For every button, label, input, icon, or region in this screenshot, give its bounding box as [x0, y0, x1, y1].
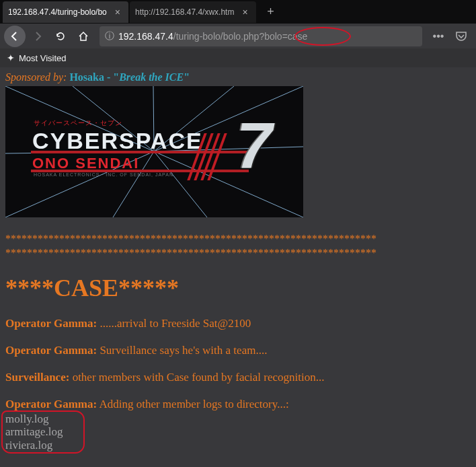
- hero-foot: HOSAKA ELECTRONICS · INC. OF SENDAI, JAP…: [34, 172, 173, 177]
- sponsor-by: Sponsored by:: [5, 71, 69, 83]
- hero-sub: ONO SENDAI: [32, 155, 139, 172]
- file-list: molly.log armitage.log riviera.log: [5, 412, 471, 452]
- arrow-right-icon: [32, 31, 43, 42]
- divider-stars-2: ****************************************…: [5, 246, 471, 260]
- info-icon[interactable]: ⓘ: [105, 30, 114, 42]
- file-link[interactable]: molly.log: [5, 412, 471, 426]
- star-icon: ✦: [7, 52, 15, 63]
- forward-button[interactable]: [27, 26, 48, 47]
- arrow-left-icon: [9, 31, 20, 42]
- log-who: Operator Gamma:: [5, 344, 97, 357]
- page-content: Sponsored by: Hosaka - "Break the ICE" サ…: [0, 67, 476, 465]
- sponsor-brand: Hosaka - ": [69, 71, 119, 83]
- log-who: Operator Gamma:: [5, 398, 97, 410]
- home-icon: [78, 31, 89, 42]
- bookmarks-toolbar: ✦ Most Visited: [0, 48, 476, 67]
- tab-bar: 192.168.47.4/turing-bolo/bo × http://192…: [0, 0, 476, 24]
- bookmark-most-visited[interactable]: Most Visited: [19, 53, 67, 63]
- new-tab-button[interactable]: +: [262, 3, 280, 22]
- page-actions-button[interactable]: •••: [428, 26, 449, 47]
- url-host: 192.168.47.4: [118, 31, 173, 42]
- log-msg: ......arrival to Freeside Sat@2100: [97, 317, 251, 330]
- tab-label: http://192.168.47.4/xwx.htm: [135, 7, 234, 17]
- pocket-icon: [455, 30, 467, 42]
- hero-stripes: [192, 133, 219, 183]
- home-button[interactable]: [73, 26, 94, 47]
- log-msg: other members with Case found by facial …: [69, 371, 324, 384]
- sponsor-slogan: Break the ICE: [119, 71, 184, 83]
- tab-1[interactable]: 192.168.47.4/turing-bolo/bo ×: [3, 1, 128, 23]
- url-bar[interactable]: ⓘ 192.168.47.4/turing-bolo/bolo.php?bolo…: [100, 26, 422, 46]
- pocket-button[interactable]: [450, 26, 472, 47]
- tab-2[interactable]: http://192.168.47.4/xwx.htm ×: [130, 1, 256, 23]
- log-who: Operator Gamma:: [5, 317, 97, 330]
- log-line: Operator Gamma: Surveillance says he's w…: [5, 344, 471, 357]
- close-icon[interactable]: ×: [239, 7, 250, 17]
- sponsor-end: ": [184, 71, 190, 83]
- log-line: Operator Gamma: Adding other member logs…: [5, 398, 471, 411]
- nav-bar: ⓘ 192.168.47.4/turing-bolo/bolo.php?bolo…: [0, 24, 476, 48]
- file-link[interactable]: riviera.log: [5, 439, 471, 452]
- reload-button[interactable]: [50, 26, 71, 47]
- log-who: Surveillance:: [5, 371, 69, 384]
- hero-jp: サイバースペース・セブン: [34, 118, 122, 128]
- url-path: /turing-bolo/bolo.php?bolo=case: [173, 31, 308, 42]
- divider-stars-1: ****************************************…: [5, 232, 471, 246]
- tab-label: 192.168.47.4/turing-bolo/bo: [8, 7, 107, 17]
- log-msg: Adding other member logs to directory...…: [97, 398, 288, 410]
- reload-icon: [55, 31, 66, 42]
- log-line: Surveillance: other members with Case fo…: [5, 371, 471, 384]
- file-link[interactable]: armitage.log: [5, 425, 471, 439]
- close-icon[interactable]: ×: [112, 7, 123, 17]
- log-msg: Surveillance says he's with a team....: [97, 344, 267, 357]
- sponsor-line: Sponsored by: Hosaka - "Break the ICE": [5, 71, 471, 83]
- hero-image: サイバースペース・セブン CYBERSPACE ONO SENDAI HOSAK…: [5, 86, 303, 217]
- hero-seven: 7: [237, 109, 272, 183]
- hero-title: CYBERSPACE: [32, 128, 203, 154]
- case-header: ****CASE*****: [5, 274, 471, 302]
- back-button[interactable]: [4, 26, 26, 47]
- log-line: Operator Gamma: ......arrival to Freesid…: [5, 317, 471, 330]
